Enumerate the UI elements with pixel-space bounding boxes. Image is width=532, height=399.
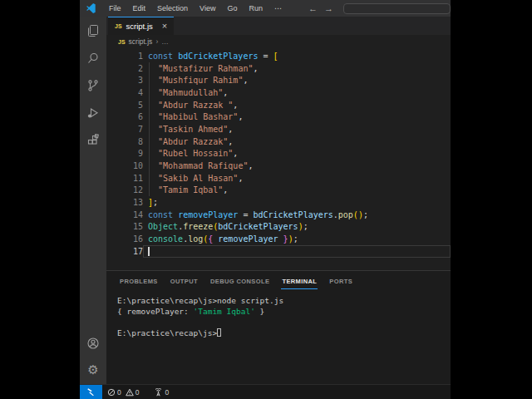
forward-arrow-icon[interactable]: → [324, 4, 333, 13]
code-token: bdCricketPlayers [253, 210, 332, 219]
breadcrumb-separator: › [155, 37, 158, 46]
code-token: "Rubel Hossain" [158, 149, 233, 158]
code-line[interactable]: 1const bdCricketPlayers = [ [106, 50, 451, 62]
vscode-window: FileEditSelectionViewGoRun⋯ ← → [80, 0, 451, 399]
status-items: 0 0 0 [102, 385, 169, 399]
source-control-icon[interactable] [80, 71, 106, 99]
status-bar: 0 0 0 [80, 384, 451, 399]
error-icon [107, 388, 116, 397]
menu-item-selection[interactable]: Selection [152, 2, 193, 14]
terminal-token: E:\practice\recap\js>node script.js [117, 296, 283, 305]
panel-tab-debug-console[interactable]: DEBUG CONSOLE [209, 273, 270, 288]
extensions-icon[interactable] [80, 126, 106, 154]
terminal-token: { removePlayer: [117, 307, 194, 316]
code-line[interactable]: 12 "Tamim Iqbal", [106, 185, 451, 197]
code-line[interactable]: 7 "Taskin Ahmed", [106, 123, 451, 135]
code-token: "Tamim Iqbal" [158, 185, 223, 195]
code-token: removePlayer [178, 210, 238, 219]
explorer-icon[interactable] [80, 17, 106, 44]
code-line[interactable]: 2 "Mustafizur Rahman", [106, 62, 451, 75]
panel-tab-output[interactable]: OUTPUT [170, 273, 199, 288]
code-token: "Habibul Bashar" [158, 112, 238, 121]
code-token: , [223, 88, 228, 97]
code-token: log [188, 234, 203, 244]
code-line[interactable]: 9 "Rubel Hossain", [106, 148, 451, 160]
code-token: , [228, 137, 233, 146]
problems-status[interactable]: 0 0 [107, 388, 139, 397]
code-line[interactable]: 14const removePlayer = bdCricketPlayers.… [106, 209, 451, 221]
code-token: , [253, 64, 258, 73]
code-token: console [148, 234, 183, 244]
code-token: ; [293, 234, 298, 244]
code-line[interactable]: 17 [106, 245, 451, 258]
terminal-line: E:\practice\recap\js>node script.js [117, 296, 451, 307]
remote-indicator[interactable] [80, 385, 102, 399]
code-content: "Abdur Razzak ", [143, 101, 451, 110]
breadcrumb-symbol[interactable]: … [161, 37, 169, 46]
code-content: "Tamim Iqbal", [143, 185, 451, 195]
code-line[interactable]: 16console.log({ removePlayer }); [106, 233, 451, 245]
code-line[interactable]: 3 "Mushfiqur Rahim", [106, 74, 451, 86]
tab-label: script.js [126, 22, 153, 31]
code-token [148, 64, 158, 73]
code-token: bdCricketPlayers [178, 52, 258, 61]
code-editor[interactable]: 1const bdCricketPlayers = [2 "Mustafizur… [106, 48, 451, 270]
panel-tab-ports[interactable]: PORTS [328, 273, 353, 288]
code-token: "Mustafizur Rahman" [158, 64, 253, 73]
code-content: "Habibul Bashar", [143, 112, 451, 121]
menu-item-view[interactable]: View [195, 2, 220, 14]
code-content: "Mushfiqur Rahim", [143, 76, 451, 85]
panel-tab-terminal[interactable]: TERMINAL [281, 273, 318, 289]
search-icon[interactable] [80, 44, 106, 71]
run-debug-icon[interactable] [80, 99, 106, 126]
menu-item-go[interactable]: Go [222, 2, 242, 14]
code-token: , [233, 149, 238, 158]
code-token: const [148, 52, 178, 61]
code-token [148, 112, 158, 121]
back-arrow-icon[interactable]: ← [308, 4, 318, 13]
activity-bar-top [80, 17, 106, 154]
code-token [148, 137, 158, 146]
code-token: const [148, 210, 178, 219]
code-line[interactable]: 5 "Abdur Razzak ", [106, 99, 451, 111]
editor-tab-bar: JS script.js × [106, 17, 451, 35]
tab-close-icon[interactable]: × [162, 22, 167, 31]
code-line[interactable]: 15Object.freeze(bdCricketPlayers); [106, 221, 451, 234]
panel-tab-bar: PROBLEMSOUTPUTDEBUG CONSOLETERMINALPORTS [106, 271, 451, 291]
code-token: [ [273, 52, 278, 61]
radio-tower-icon [154, 388, 163, 397]
code-line[interactable]: 4 "Mahmudullah", [106, 86, 451, 99]
menu-item-file[interactable]: File [104, 2, 126, 14]
ports-count: 0 [165, 388, 169, 397]
settings-gear-icon[interactable]: ⚙ [80, 357, 106, 384]
ports-status[interactable]: 0 [154, 388, 169, 397]
tab-scriptjs[interactable]: JS script.js × [108, 17, 174, 35]
menu-item-run[interactable]: Run [244, 2, 268, 14]
code-line[interactable]: 13]; [106, 196, 451, 209]
breadcrumb-file[interactable]: script.js [129, 37, 153, 46]
video-frame: FileEditSelectionViewGoRun⋯ ← → [0, 0, 532, 399]
code-token [148, 101, 158, 110]
menu-item-[interactable]: ⋯ [269, 2, 287, 14]
code-content: Object.freeze(bdCricketPlayers); [143, 222, 451, 231]
code-token: , [248, 161, 253, 170]
terminal-line [117, 318, 451, 328]
code-token: freeze [183, 222, 213, 231]
terminal-output[interactable]: E:\practice\recap\js>node script.js{ rem… [106, 291, 451, 339]
command-center-search[interactable] [343, 3, 451, 14]
code-token: Object [148, 222, 178, 231]
code-line[interactable]: 8 "Abdur Razzak", [106, 135, 451, 148]
account-icon[interactable] [80, 329, 106, 357]
terminal-token: } [255, 307, 264, 316]
code-content: "Taskin Ahmed", [143, 125, 451, 134]
line-number: 5 [106, 101, 143, 110]
menu-item-edit[interactable]: Edit [128, 2, 151, 14]
panel-tab-problems[interactable]: PROBLEMS [119, 273, 159, 288]
code-line[interactable]: 6 "Habibul Bashar", [106, 111, 451, 123]
code-content: "Mahmudullah", [143, 88, 451, 97]
code-line[interactable]: 11 "Sakib Al Hasan", [106, 172, 451, 185]
line-number: 10 [106, 161, 143, 170]
line-number: 13 [106, 198, 143, 207]
remote-icon [86, 387, 96, 397]
code-line[interactable]: 10 "Mohammad Rafique", [106, 160, 451, 172]
